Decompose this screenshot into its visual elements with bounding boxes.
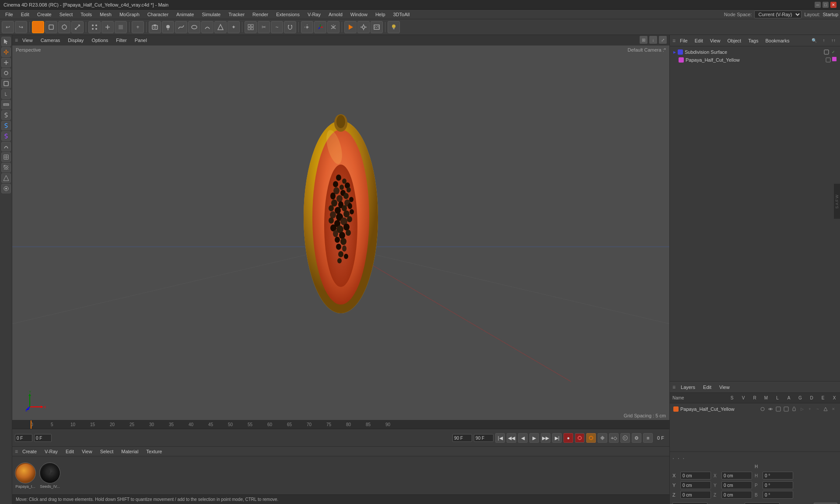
viewport-expand-btn[interactable]: ⊞ bbox=[640, 36, 648, 44]
layer-solo-icon[interactable] bbox=[760, 406, 766, 412]
layer-extra-icon[interactable]: ✕ bbox=[830, 406, 836, 412]
timeline-mode-btn[interactable] bbox=[586, 433, 596, 443]
coord-y-pos[interactable] bbox=[680, 481, 711, 489]
coord-y-rot[interactable] bbox=[763, 481, 793, 489]
material-hamburger[interactable]: ≡ bbox=[15, 448, 18, 455]
viewport-lock-btn[interactable]: ↓ bbox=[649, 36, 657, 44]
papaya-vis-icon[interactable] bbox=[825, 57, 831, 63]
menu-select[interactable]: Select bbox=[56, 11, 77, 18]
material-papaya[interactable]: Papaya_I... bbox=[15, 462, 36, 489]
obj-file-menu[interactable]: File bbox=[677, 37, 690, 44]
layer-lock-icon[interactable] bbox=[791, 406, 797, 412]
coord-y-size[interactable] bbox=[721, 481, 752, 489]
menu-mograph[interactable]: MoGraph bbox=[116, 11, 143, 18]
mat-view-menu[interactable]: View bbox=[78, 448, 96, 455]
layer-generate-icon[interactable]: + bbox=[807, 406, 813, 412]
go-to-end-button[interactable]: ▶| bbox=[552, 433, 562, 443]
layers-edit-menu[interactable]: Edit bbox=[700, 384, 714, 391]
close-button[interactable]: ✕ bbox=[830, 2, 836, 8]
mat-material-menu[interactable]: Material bbox=[118, 448, 142, 455]
mirror-button[interactable] bbox=[327, 21, 340, 33]
rotate-button[interactable] bbox=[58, 21, 70, 33]
viewport-hamburger-icon[interactable]: ≡ bbox=[15, 37, 18, 43]
sidebar-gear-btn[interactable] bbox=[1, 184, 11, 193]
play-options-btn[interactable] bbox=[620, 433, 630, 443]
keyframe-btn[interactable] bbox=[598, 433, 607, 443]
coord-system-select[interactable]: World bbox=[672, 502, 707, 504]
layer-render-icon[interactable] bbox=[775, 406, 781, 412]
menu-3dtoall[interactable]: 3DToAll bbox=[390, 11, 413, 18]
undo-button[interactable]: ↩ bbox=[2, 21, 14, 33]
viewport-panel-menu[interactable]: Panel bbox=[131, 37, 150, 44]
play-forward-button[interactable]: ▶ bbox=[529, 433, 539, 443]
obj-search-icon[interactable]: 🔍 bbox=[810, 37, 818, 45]
smooth-button[interactable]: ~ bbox=[271, 21, 283, 33]
layer-expression-icon[interactable] bbox=[822, 406, 829, 412]
points-mode-button[interactable] bbox=[88, 21, 101, 33]
layer-row-papaya[interactable]: Papaya_Half_Cut_Yellow bbox=[672, 405, 838, 413]
sidebar-pyramid-btn[interactable] bbox=[1, 173, 11, 183]
render-to-picture-button[interactable] bbox=[371, 21, 383, 33]
coord-z-rot[interactable] bbox=[763, 491, 793, 499]
render-button[interactable] bbox=[344, 21, 357, 33]
viewport[interactable]: X Y Z ≡ View Cameras Display Options Fil… bbox=[12, 35, 669, 420]
spline-button[interactable] bbox=[175, 21, 187, 33]
menu-window[interactable]: Window bbox=[347, 11, 371, 18]
timeline-settings-btn[interactable]: ⚙ bbox=[632, 433, 641, 443]
viewport-fullscreen-btn[interactable]: ⤢ bbox=[659, 36, 667, 44]
menu-vray[interactable]: V-Ray bbox=[304, 11, 324, 18]
sidebar-bend-btn[interactable] bbox=[1, 142, 11, 151]
select-button[interactable] bbox=[45, 21, 57, 33]
bulb-button[interactable] bbox=[388, 21, 400, 33]
camera-button[interactable] bbox=[149, 21, 161, 33]
layer-visible-icon[interactable] bbox=[767, 406, 774, 412]
nurbs-button[interactable] bbox=[188, 21, 200, 33]
object-subdivision-surface[interactable]: ▸ Subdivision Surface ✓ bbox=[672, 48, 838, 56]
axis-button[interactable] bbox=[314, 21, 326, 33]
obj-view-menu[interactable]: View bbox=[707, 37, 723, 44]
deformer-button[interactable] bbox=[201, 21, 214, 33]
node-space-select[interactable]: Current (V-Ray) bbox=[754, 10, 802, 18]
coord-z-pos[interactable] bbox=[680, 491, 711, 499]
subdivision-button[interactable] bbox=[245, 21, 257, 33]
autokey-button[interactable] bbox=[575, 433, 584, 443]
obj-object-menu[interactable]: Object bbox=[724, 37, 744, 44]
sidebar-lasso-btn[interactable]: L bbox=[1, 89, 11, 99]
timeline-start-frame[interactable] bbox=[15, 434, 32, 442]
obj-tags-menu[interactable]: Tags bbox=[746, 37, 761, 44]
obj-up-icon[interactable]: ↑ bbox=[820, 37, 828, 45]
menu-edit[interactable]: Edit bbox=[18, 11, 33, 18]
object-papaya-half-cut[interactable]: Papaya_Half_Cut_Yellow bbox=[672, 56, 838, 64]
sidebar-s3-btn[interactable] bbox=[1, 131, 11, 141]
menu-arnold[interactable]: Arnold bbox=[325, 11, 346, 18]
sidebar-select-btn[interactable] bbox=[1, 79, 11, 88]
menu-tracker[interactable]: Tracker bbox=[225, 11, 248, 18]
light-button[interactable] bbox=[162, 21, 174, 33]
layers-view-menu[interactable]: View bbox=[717, 384, 732, 391]
timeline-end-frame[interactable] bbox=[474, 434, 494, 442]
apply-button[interactable]: Apply bbox=[814, 503, 837, 504]
menu-simulate[interactable]: Simulate bbox=[198, 11, 224, 18]
sidebar-s2-btn[interactable] bbox=[1, 121, 11, 130]
subdiv-check-icon[interactable]: ✓ bbox=[830, 49, 836, 55]
mat-texture-menu[interactable]: Texture bbox=[143, 448, 165, 455]
coord-x-pos[interactable] bbox=[680, 472, 711, 480]
play-back-button[interactable]: ◀ bbox=[518, 433, 528, 443]
subdiv-vis-icon[interactable] bbox=[823, 49, 830, 55]
viewport-display-menu[interactable]: Display bbox=[64, 37, 87, 44]
redo-button[interactable]: ↪ bbox=[15, 21, 27, 33]
sidebar-cursor-btn[interactable] bbox=[1, 37, 11, 46]
magnet-button[interactable] bbox=[284, 21, 296, 33]
record-button[interactable]: ● bbox=[564, 433, 573, 443]
timeline-preview-end[interactable] bbox=[452, 434, 472, 442]
layer-manager-icon[interactable] bbox=[783, 406, 789, 412]
mat-edit-menu[interactable]: Edit bbox=[62, 448, 77, 455]
add-keyframe-btn[interactable]: +◇ bbox=[609, 433, 619, 443]
sidebar-move-btn[interactable] bbox=[1, 47, 11, 57]
obj-bookmarks-menu[interactable]: Bookmarks bbox=[763, 37, 792, 44]
timeline-current-frame[interactable] bbox=[34, 434, 52, 442]
scale-button[interactable] bbox=[71, 21, 84, 33]
add-object-button[interactable]: + bbox=[132, 21, 144, 33]
menu-file[interactable]: File bbox=[2, 11, 17, 18]
obj-edit-menu[interactable]: Edit bbox=[692, 37, 706, 44]
